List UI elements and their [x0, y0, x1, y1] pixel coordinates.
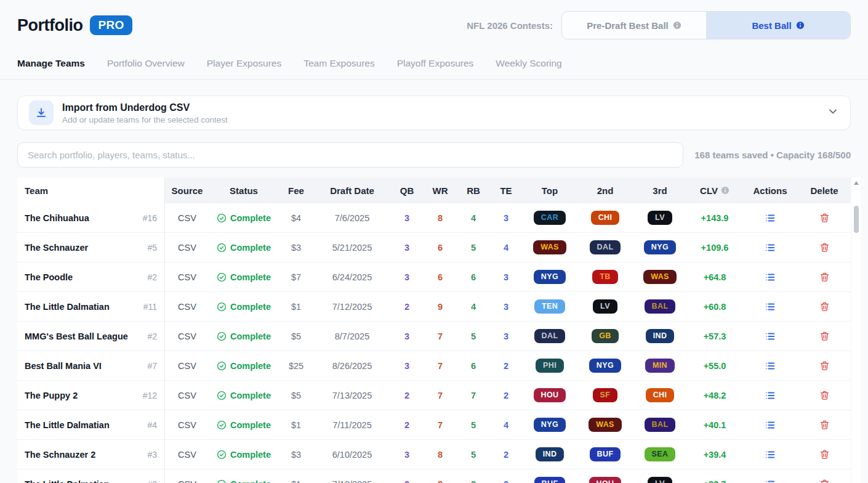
te-count: 2 — [490, 351, 522, 380]
search-row: 168 teams saved • Capacity 168/500 — [17, 142, 851, 168]
actions-list-icon[interactable] — [765, 390, 776, 401]
table-row: The Little Dalmatian #3 CSV Complete $1 … — [17, 469, 851, 483]
check-circle-icon — [217, 420, 227, 430]
toggle-pre-draft-best-ball[interactable]: Pre-Draft Best Ball — [562, 12, 706, 39]
qb-count: 3 — [390, 233, 424, 262]
draft-date-value: 6/24/2025 — [314, 262, 390, 291]
tab-player-exposures[interactable]: Player Exposures — [207, 52, 281, 79]
tab-manage-teams[interactable]: Manage Teams — [17, 52, 85, 79]
team-cell: The Schnauzer #5 — [17, 233, 165, 262]
col-rb: RB — [457, 177, 490, 203]
scrollbar-thumb[interactable] — [854, 206, 859, 233]
team-cell: The Puppy 2 #12 — [17, 381, 165, 410]
delete-trash-icon[interactable] — [819, 331, 830, 341]
delete-trash-icon[interactable] — [819, 390, 830, 400]
status-badge: Complete — [209, 322, 278, 351]
team-name: The Poodle — [25, 272, 73, 282]
delete-trash-icon[interactable] — [819, 213, 830, 223]
actions-list-icon[interactable] — [765, 420, 776, 431]
actions-list-icon[interactable] — [765, 449, 776, 460]
delete-trash-icon[interactable] — [819, 272, 830, 282]
actions-list-icon[interactable] — [765, 213, 776, 224]
qb-count: 3 — [390, 203, 424, 232]
tab-playoff-exposures[interactable]: Playoff Exposures — [397, 52, 474, 79]
check-circle-icon — [217, 213, 227, 223]
vertical-scrollbar[interactable] — [852, 177, 861, 483]
team-name: The Schnauzer 2 — [25, 450, 95, 460]
actions-list-icon[interactable] — [765, 331, 776, 342]
clv-value: +22.7 — [687, 469, 742, 483]
col-top: Top — [522, 177, 577, 203]
check-circle-icon — [217, 302, 227, 312]
chevron-down-icon[interactable] — [827, 105, 839, 120]
wr-count: 7 — [424, 381, 457, 410]
actions-list-icon[interactable] — [765, 479, 776, 483]
third-team-badge: LV — [648, 477, 672, 483]
qb-count: 3 — [390, 262, 424, 291]
top-team-badge: NYG — [534, 270, 566, 284]
status-text: Complete — [230, 450, 271, 460]
scroll-up-arrow-icon[interactable] — [854, 181, 859, 185]
second-team-badge: GB — [592, 329, 619, 343]
team-number: #11 — [143, 302, 157, 312]
delete-trash-icon[interactable] — [819, 420, 830, 430]
toggle-best-ball[interactable]: Best Ball — [706, 12, 850, 39]
top-team-badge: TEN — [534, 299, 565, 314]
col-te: TE — [490, 177, 522, 203]
clv-value: +109.6 — [687, 233, 742, 262]
qb-count: 2 — [390, 292, 424, 321]
import-csv-panel[interactable]: Import from Underdog CSV Add or update t… — [17, 95, 851, 130]
rb-count: 5 — [457, 233, 490, 262]
teams-table: Team Source Status Fee Draft Date QB WR … — [17, 177, 861, 483]
tab-portfolio-overview[interactable]: Portfolio Overview — [107, 52, 185, 79]
check-circle-icon — [217, 361, 227, 371]
delete-trash-icon[interactable] — [819, 449, 830, 460]
te-count: 2 — [490, 381, 522, 410]
wr-count: 8 — [424, 440, 457, 469]
third-team-badge: SEA — [645, 447, 676, 461]
delete-trash-icon[interactable] — [819, 242, 830, 253]
fee-value: $7 — [278, 262, 314, 291]
top-team-badge: NYG — [534, 418, 566, 432]
clv-info-icon[interactable] — [721, 186, 729, 195]
draft-date-value: 6/10/2025 — [314, 440, 390, 469]
rb-count: 7 — [457, 381, 490, 410]
source-value: CSV — [165, 351, 209, 380]
team-name: MMG's Best Ball League — [25, 331, 128, 341]
draft-date-value: 7/6/2025 — [314, 203, 390, 232]
third-team-badge: WAS — [643, 270, 677, 284]
third-team-badge: MIN — [645, 359, 675, 373]
fee-value: $3 — [278, 233, 314, 262]
delete-trash-icon[interactable] — [819, 301, 830, 312]
import-title: Import from Underdog CSV — [62, 102, 827, 114]
actions-list-icon[interactable] — [765, 301, 776, 312]
import-texts: Import from Underdog CSV Add or update t… — [62, 102, 827, 124]
table-header-row: Team Source Status Fee Draft Date QB WR … — [17, 177, 851, 203]
clv-value: +39.4 — [687, 440, 742, 469]
clv-value: +48.2 — [687, 381, 742, 410]
delete-trash-icon[interactable] — [819, 360, 830, 371]
source-value: CSV — [165, 469, 209, 483]
tab-team-exposures[interactable]: Team Exposures — [303, 52, 374, 79]
wr-count: 9 — [424, 292, 457, 321]
actions-list-icon[interactable] — [765, 272, 776, 283]
wr-count: 7 — [424, 351, 457, 380]
contests-label: NFL 2026 Contests: — [467, 20, 553, 31]
team-number: #2 — [147, 272, 157, 282]
actions-list-icon[interactable] — [765, 242, 776, 253]
source-value: CSV — [165, 292, 209, 321]
col-actions: Actions — [742, 177, 798, 203]
status-text: Complete — [230, 391, 271, 400]
rb-count: 5 — [457, 322, 490, 351]
col-clv-label: CLV — [700, 185, 718, 196]
delete-trash-icon[interactable] — [819, 479, 830, 483]
status-badge: Complete — [209, 440, 278, 469]
te-count: 3 — [490, 262, 522, 291]
table-row: The Schnauzer #5 CSV Complete $3 5/21/20… — [17, 233, 851, 262]
status-badge: Complete — [209, 410, 278, 439]
clv-value: +143.9 — [687, 203, 742, 232]
search-input[interactable] — [17, 142, 683, 168]
tab-weekly-scoring[interactable]: Weekly Scoring — [496, 52, 561, 79]
clv-value: +40.1 — [687, 410, 742, 439]
actions-list-icon[interactable] — [765, 360, 776, 371]
